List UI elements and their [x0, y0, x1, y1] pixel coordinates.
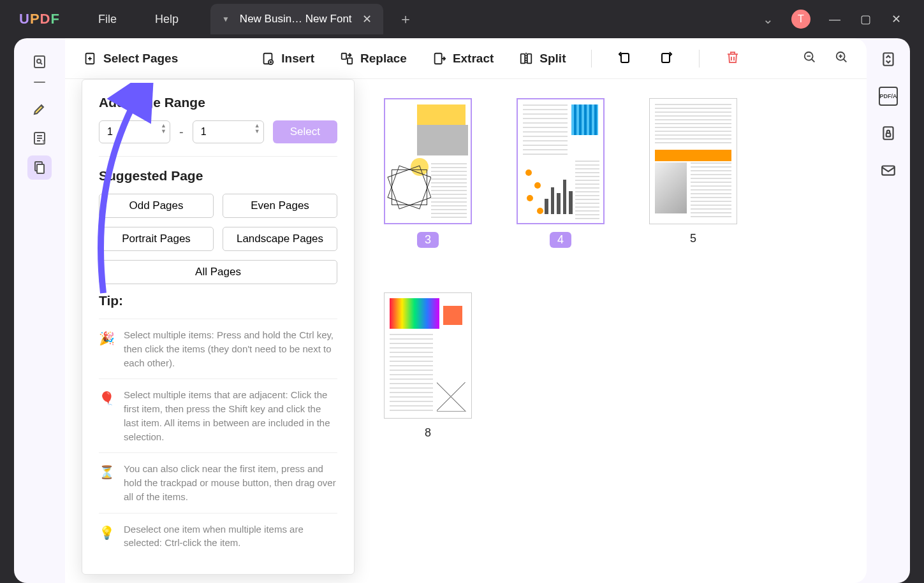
pdfa-icon[interactable]: PDF/A [879, 87, 898, 106]
right-sidebar: PDF/A [867, 38, 910, 583]
tip-item: ⏳You can also click near the first item,… [99, 452, 337, 512]
bulb-icon: 💡 [99, 524, 115, 551]
split-button[interactable]: Split [519, 52, 566, 66]
delete-icon[interactable] [725, 50, 740, 68]
range-dash: - [179, 125, 184, 140]
page-toolbar: Select Pages Insert Replace Extract Spli… [65, 38, 867, 79]
tip-item: 🎉Select multiple items: Press and hold t… [99, 319, 337, 378]
document-tab[interactable]: ▼ New Busin… New Font ✕ [210, 4, 383, 34]
svg-rect-9 [348, 58, 352, 64]
range-to-input[interactable]: ▲▼ [193, 120, 264, 143]
new-tab-button[interactable]: ＋ [399, 10, 413, 29]
edit-text-icon[interactable] [27, 126, 52, 150]
maximize-icon[interactable]: ▢ [859, 12, 872, 26]
split-label: Split [539, 52, 566, 66]
tip-item: 🎈Select multiple items that are adjacent… [99, 378, 337, 452]
balloon-icon: 🎈 [99, 389, 115, 443]
workspace: Select Pages Insert Replace Extract Spli… [14, 38, 910, 583]
page-number: 5 [690, 232, 696, 245]
portrait-pages-button[interactable]: Portrait Pages [99, 227, 214, 251]
svg-rect-10 [435, 53, 442, 64]
highlighter-icon[interactable] [27, 97, 52, 121]
stepper-down-icon[interactable]: ▼ [254, 129, 260, 134]
replace-label: Replace [360, 52, 407, 66]
landscape-pages-button[interactable]: Landscape Pages [223, 227, 337, 251]
page-number: 3 [417, 232, 439, 248]
user-avatar[interactable]: T [791, 10, 810, 29]
page-thumb-3[interactable]: 3 [384, 98, 472, 248]
tab-title: New Busin… New Font [240, 13, 352, 25]
party-icon: 🎉 [99, 329, 115, 370]
replace-button[interactable]: Replace [340, 52, 407, 66]
select-pages-popup: Add Page Range ▲▼ - ▲▼ Select Suggested … [82, 79, 355, 575]
insert-label: Insert [281, 52, 314, 66]
search-icon[interactable] [27, 50, 52, 74]
main-area: Select Pages Insert Replace Extract Spli… [65, 38, 867, 583]
zoom-in-icon[interactable] [835, 50, 849, 67]
svg-rect-13 [621, 54, 629, 62]
close-window-icon[interactable]: ✕ [890, 12, 902, 26]
menu-file[interactable]: File [98, 13, 117, 26]
tip-heading: Tip: [99, 293, 337, 308]
extract-button[interactable]: Extract [432, 52, 494, 66]
menu-help[interactable]: Help [155, 13, 179, 26]
range-from-input[interactable]: ▲▼ [99, 120, 170, 143]
hourglass-icon: ⏳ [99, 463, 115, 503]
mail-icon[interactable] [879, 161, 898, 180]
svg-rect-19 [886, 133, 891, 136]
svg-rect-14 [662, 54, 670, 62]
select-pages-button[interactable]: Select Pages [83, 52, 178, 66]
rotate-right-icon[interactable] [658, 50, 673, 68]
rotate-left-icon[interactable] [617, 50, 633, 68]
svg-rect-8 [342, 53, 346, 59]
insert-button[interactable]: Insert [261, 52, 314, 66]
chevron-down-icon[interactable]: ⌄ [763, 11, 774, 27]
tip-item: 💡Deselect one item when multiple items a… [99, 513, 337, 559]
all-pages-button[interactable]: All Pages [99, 260, 337, 284]
page-number: 8 [425, 426, 431, 440]
select-pages-label: Select Pages [103, 52, 178, 66]
select-button[interactable]: Select [273, 120, 337, 143]
organize-pages-icon[interactable] [27, 155, 52, 180]
svg-rect-12 [527, 54, 531, 63]
tab-close-icon[interactable]: ✕ [362, 12, 372, 26]
svg-rect-11 [521, 54, 525, 63]
svg-rect-20 [882, 166, 895, 175]
odd-pages-button[interactable]: Odd Pages [99, 194, 214, 218]
add-range-heading: Add Page Range [99, 95, 337, 110]
page-number: 4 [550, 232, 571, 248]
stepper-down-icon[interactable]: ▼ [161, 129, 166, 134]
even-pages-button[interactable]: Even Pages [223, 194, 337, 218]
extract-label: Extract [453, 52, 494, 66]
svg-rect-0 [34, 56, 45, 68]
svg-rect-4 [37, 164, 44, 173]
page-thumb-5[interactable]: 5 [649, 98, 737, 248]
page-thumb-8[interactable]: 8 [384, 292, 472, 440]
suggested-heading: Suggested Page [99, 168, 337, 184]
left-sidebar [14, 38, 65, 583]
tab-dropdown-icon[interactable]: ▼ [222, 15, 230, 24]
titlebar: UPDF File Help ▼ New Busin… New Font ✕ ＋… [0, 0, 924, 38]
minimize-icon[interactable]: — [828, 13, 841, 26]
convert-icon[interactable] [879, 50, 898, 69]
zoom-out-icon[interactable] [803, 50, 817, 67]
page-thumb-4[interactable]: 4 [517, 98, 605, 248]
app-logo: UPDF [19, 11, 60, 27]
lock-file-icon[interactable] [879, 124, 898, 143]
